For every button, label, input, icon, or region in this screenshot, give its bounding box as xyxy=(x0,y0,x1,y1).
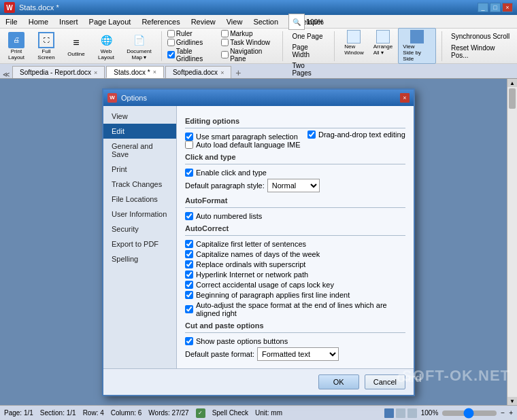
zoom-in-icon[interactable]: + xyxy=(509,409,513,417)
page-width-button[interactable]: Page Width xyxy=(288,42,329,60)
smart-para-checkbox[interactable] xyxy=(185,133,193,141)
view-side-by-side-button[interactable]: ViewSide by Side xyxy=(398,28,436,64)
one-page-button[interactable]: One Page xyxy=(288,31,329,41)
tab-0-close[interactable]: × xyxy=(94,69,97,76)
caps-lock-checkbox[interactable] xyxy=(185,281,193,289)
table-gridlines-check[interactable]: Table Gridlines xyxy=(167,48,218,63)
caps-lock-label: Correct accidental usage of caps lock ke… xyxy=(196,281,334,289)
menu-references[interactable]: References xyxy=(136,15,185,28)
print-layout-button[interactable]: 🖨 PrintLayout xyxy=(3,30,30,63)
nav-pane-check[interactable]: Navigation Pane xyxy=(221,48,277,63)
tab-0[interactable]: Softpedia - Report.docx × xyxy=(12,66,105,78)
menu-home[interactable]: Home xyxy=(23,15,54,28)
nav-track-changes[interactable]: Track Changes xyxy=(103,177,176,192)
autocorrect-label: AutoCorrect xyxy=(185,224,405,232)
default-paste-format-select[interactable]: Formatted text Unformatted text xyxy=(257,347,339,361)
capitalize-sentences-row: Capitalize first letter of sentences xyxy=(185,240,405,248)
nav-spelling[interactable]: Spelling xyxy=(103,251,176,266)
auto-ime-checkbox[interactable] xyxy=(185,141,193,149)
web-layout-label: WebLayout xyxy=(98,48,114,60)
arrange-all-button[interactable]: ArrangeAll ▾ xyxy=(369,28,397,64)
menu-page-layout[interactable]: Page Layout xyxy=(84,15,137,28)
editing-divider xyxy=(185,128,405,128)
window-btn-row: NewWindow ArrangeAll ▾ ViewSide by Side xyxy=(340,28,436,64)
drag-drop-checkbox[interactable] xyxy=(307,130,316,139)
nav-print[interactable]: Print xyxy=(103,162,176,177)
autoformat-label: AutoFormat xyxy=(185,196,405,205)
maximize-button[interactable]: □ xyxy=(490,3,501,12)
zoom-out-icon[interactable]: − xyxy=(501,409,505,417)
dialog-app-icon: W xyxy=(107,93,117,103)
ruler-checkbox[interactable] xyxy=(167,30,175,37)
autocorrect-divider xyxy=(185,235,405,236)
outline-button[interactable]: ≡ Outline xyxy=(63,33,90,59)
auto-numbered-label: Auto numbered lists xyxy=(196,212,262,220)
drag-drop-label: Drag-and-drop text editing xyxy=(318,130,405,139)
checkbox-group-2: Markup Task Window Navigation Pane xyxy=(221,30,277,63)
menu-file[interactable]: File xyxy=(0,15,23,28)
capitalize-days-checkbox[interactable] xyxy=(185,250,193,258)
nav-view[interactable]: View xyxy=(103,109,176,124)
gridlines-checkbox[interactable] xyxy=(167,39,175,46)
nav-security[interactable]: Security xyxy=(103,222,176,237)
task-window-check[interactable]: Task Window xyxy=(221,39,277,46)
auto-ime-label: Auto load default language IME xyxy=(196,141,301,149)
first-line-indent-checkbox[interactable] xyxy=(185,291,193,299)
dialog-sidebar: View Edit General and Save Print Track C… xyxy=(103,106,177,368)
ruler-check[interactable]: Ruler xyxy=(167,30,218,37)
gridlines-check[interactable]: Gridlines xyxy=(167,39,218,46)
markup-check[interactable]: Markup xyxy=(221,30,277,37)
tab-2-close[interactable]: × xyxy=(220,69,224,76)
auto-adjust-space-checkbox[interactable] xyxy=(185,305,193,313)
nav-general-save[interactable]: General and Save xyxy=(103,139,176,162)
sync-scroll-button[interactable]: Synchronous Scroll xyxy=(448,31,514,41)
markup-checkbox[interactable] xyxy=(221,30,229,37)
hyperlink-checkbox[interactable] xyxy=(185,270,193,279)
show-paste-checkbox[interactable] xyxy=(185,337,193,345)
tab-1-close[interactable]: × xyxy=(153,69,156,75)
outline-label: Outline xyxy=(67,51,84,57)
tab-2[interactable]: Softpedia.docx × xyxy=(165,66,231,78)
dialog-close-button[interactable]: × xyxy=(400,93,410,103)
nav-user-info[interactable]: User Information xyxy=(103,207,176,222)
menu-view[interactable]: View xyxy=(221,15,248,28)
nav-edit[interactable]: Edit xyxy=(103,124,176,139)
zoom-value: 100% xyxy=(306,18,324,26)
reset-window-button[interactable]: Reset Window Pos... xyxy=(448,43,514,60)
close-button[interactable]: × xyxy=(502,3,513,12)
default-para-style-select[interactable]: Normal Default Heading 1 xyxy=(267,179,320,192)
view-mode-3-button[interactable] xyxy=(407,408,417,418)
auto-numbered-row: Auto numbered lists xyxy=(185,212,405,220)
nav-file-locations[interactable]: File Locations xyxy=(103,192,176,207)
nav-pane-checkbox[interactable] xyxy=(221,51,229,58)
web-layout-button[interactable]: 🌐 WebLayout xyxy=(93,30,120,63)
document-map-button[interactable]: 📄 DocumentMap ▾ xyxy=(122,30,156,63)
new-window-button[interactable]: NewWindow xyxy=(340,28,368,64)
cut-paste-divider xyxy=(185,332,405,333)
capitalize-sentences-checkbox[interactable] xyxy=(185,240,193,248)
view-mode-buttons xyxy=(384,408,417,418)
tab-1[interactable]: Stats.docx * × xyxy=(106,66,164,78)
menu-section[interactable]: Section xyxy=(248,15,284,28)
status-zoom: 100% xyxy=(421,409,439,417)
minimize-button[interactable]: _ xyxy=(478,3,488,12)
outline-icon: ≡ xyxy=(68,35,84,51)
click-type-label: Click and type xyxy=(185,153,405,161)
two-pages-button[interactable]: Two Pages xyxy=(288,60,329,78)
zoom-slider[interactable] xyxy=(442,410,497,416)
task-window-checkbox[interactable] xyxy=(221,39,229,46)
full-screen-button[interactable]: ⛶ FullScreen xyxy=(33,30,60,63)
view-mode-1-button[interactable] xyxy=(384,408,394,418)
checkbox-group-1: Ruler Gridlines Table Gridlines xyxy=(167,30,218,63)
new-tab-button[interactable]: + xyxy=(233,67,244,78)
enable-click-type-checkbox[interactable] xyxy=(185,169,193,177)
full-screen-icon: ⛶ xyxy=(38,32,54,48)
nav-export-pdf[interactable]: Export to PDF xyxy=(103,237,176,251)
view-mode-2-button[interactable] xyxy=(396,408,405,418)
ok-button[interactable]: OK xyxy=(318,374,359,389)
table-gridlines-checkbox[interactable] xyxy=(167,51,175,58)
menu-review[interactable]: Review xyxy=(186,15,221,28)
auto-numbered-checkbox[interactable] xyxy=(185,212,193,220)
menu-insert[interactable]: Insert xyxy=(54,15,84,28)
replace-ordinals-checkbox[interactable] xyxy=(185,260,193,268)
